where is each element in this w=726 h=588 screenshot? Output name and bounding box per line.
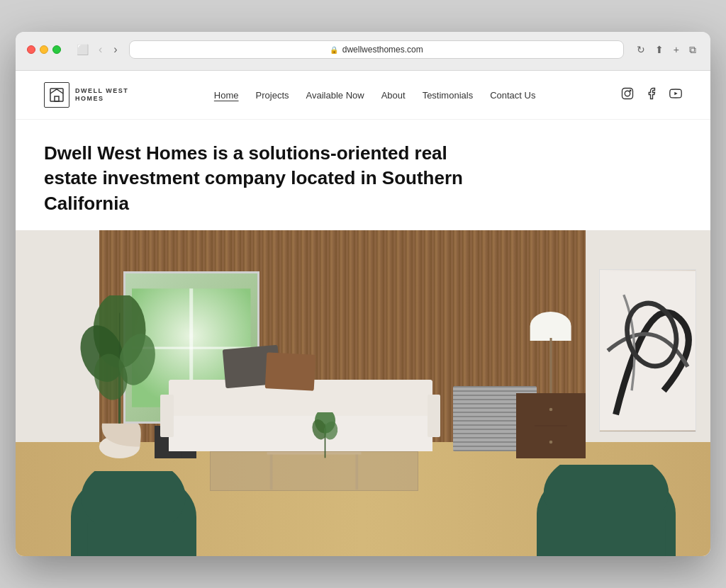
chair-left xyxy=(71,471,196,556)
svg-point-3 xyxy=(625,91,630,97)
sofa xyxy=(169,380,432,451)
logo-text: DWELL WEST HOMES xyxy=(75,87,128,103)
tab-overview-button[interactable]: ⧉ xyxy=(686,43,699,57)
hero-text-section: Dwell West Homes is a solutions-oriented… xyxy=(16,120,710,230)
forward-button[interactable]: › xyxy=(109,42,121,57)
browser-window: ⬜ ‹ › 🔒 dwellwesthomes.com ↻ ⬆ + ⧉ xyxy=(16,32,710,555)
room-scene xyxy=(16,230,710,556)
hero-heading: Dwell West Homes is a solutions-oriented… xyxy=(44,141,484,215)
svg-rect-22 xyxy=(270,455,273,490)
svg-rect-33 xyxy=(88,524,179,556)
svg-point-29 xyxy=(549,440,552,443)
svg-rect-9 xyxy=(600,271,696,430)
facebook-icon[interactable] xyxy=(645,87,658,103)
table-plant xyxy=(308,412,342,458)
svg-rect-1 xyxy=(55,96,59,101)
logo-icon xyxy=(44,82,69,108)
hero-image xyxy=(16,230,710,556)
nav-about[interactable]: About xyxy=(381,90,406,101)
plant xyxy=(71,295,168,458)
nav-available-now[interactable]: Available Now xyxy=(306,90,364,101)
browser-chrome: ⬜ ‹ › 🔒 dwellwesthomes.com ↻ ⬆ + ⧉ xyxy=(16,32,710,71)
site-header: DWELL WEST HOMES Home Projects Available… xyxy=(16,71,710,120)
window-tab-icon[interactable]: ⬜ xyxy=(74,43,91,57)
reload-button[interactable]: ↻ xyxy=(637,44,645,55)
artwork xyxy=(599,269,696,432)
brown-pillow xyxy=(265,353,315,391)
url-text: dwellwesthomes.com xyxy=(342,45,423,55)
close-button[interactable] xyxy=(27,45,35,54)
nav-testimonials[interactable]: Testimonials xyxy=(423,90,474,101)
nav-contact-us[interactable]: Contact Us xyxy=(490,90,535,101)
site-nav: Home Projects Available Now About Testim… xyxy=(214,90,536,101)
dresser xyxy=(516,393,586,458)
svg-rect-23 xyxy=(356,455,359,490)
maximize-button[interactable] xyxy=(52,45,61,54)
nav-home[interactable]: Home xyxy=(214,90,239,101)
svg-point-4 xyxy=(630,90,631,91)
lock-icon: 🔒 xyxy=(330,46,338,54)
share-button[interactable]: ⬆ xyxy=(652,43,666,57)
website-content: DWELL WEST HOMES Home Projects Available… xyxy=(16,71,710,555)
chair-right xyxy=(537,465,676,556)
toolbar-right: ⬆ + ⧉ xyxy=(652,43,699,57)
new-tab-button[interactable]: + xyxy=(671,43,682,57)
svg-marker-5 xyxy=(674,92,677,96)
instagram-icon[interactable] xyxy=(621,87,634,103)
social-icons xyxy=(621,87,682,103)
svg-rect-35 xyxy=(547,521,666,556)
svg-rect-0 xyxy=(50,89,63,101)
logo-area: DWELL WEST HOMES xyxy=(44,82,128,108)
svg-point-28 xyxy=(549,407,552,411)
back-button[interactable]: ‹ xyxy=(94,42,106,57)
svg-rect-2 xyxy=(622,89,632,99)
minimize-button[interactable] xyxy=(40,45,48,54)
address-bar[interactable]: 🔒 dwellwesthomes.com xyxy=(129,40,624,59)
traffic-lights xyxy=(27,45,61,54)
nav-projects[interactable]: Projects xyxy=(256,90,289,101)
youtube-icon[interactable] xyxy=(669,87,682,103)
